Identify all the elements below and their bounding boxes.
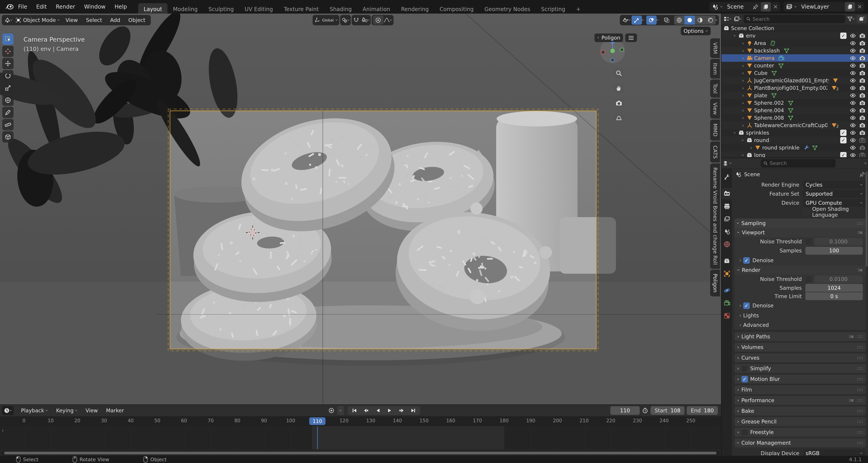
drag-grid-icon[interactable]: ∷∷ [857, 398, 863, 403]
preset-icon[interactable]: ⁝≡ [858, 230, 863, 235]
disable-render-toggle[interactable] [859, 70, 866, 76]
drag-grid-icon[interactable]: ∷∷ [857, 221, 863, 226]
mode-selector[interactable]: Object Mode › [13, 16, 61, 25]
drag-grid-icon[interactable]: ∷∷ [857, 430, 863, 435]
properties-tab-view-layer[interactable] [722, 213, 732, 225]
shading-wireframe[interactable] [674, 16, 684, 25]
timeline-menu-keying[interactable]: Keying› [52, 405, 81, 416]
use-preview-range-icon[interactable] [642, 407, 648, 414]
pivot-point-selector[interactable]: › [340, 15, 351, 25]
properties-tab-collection[interactable] [722, 255, 732, 267]
hide-viewport-toggle[interactable] [850, 129, 856, 136]
sampling-header[interactable]: › Sampling ∷∷ [735, 219, 866, 228]
properties-editor-type[interactable]: › [723, 160, 732, 167]
unlink-scene-button[interactable]: ✕ [773, 3, 778, 10]
outliner-row-env[interactable]: ›env✓ [721, 32, 868, 39]
sidebar-tab-item[interactable]: Item [710, 59, 720, 79]
timeline-scrollbar[interactable] [1, 451, 720, 455]
hide-viewport-toggle[interactable] [850, 92, 856, 98]
preset-icon[interactable]: ⁝≡ [858, 267, 863, 273]
hide-viewport-toggle[interactable] [850, 137, 856, 143]
workspace-tab-texture-paint[interactable]: Texture Paint [278, 3, 324, 13]
hide-viewport-toggle[interactable] [850, 40, 856, 47]
play-button[interactable] [384, 406, 396, 415]
preset-icon[interactable]: ⁝≡ [849, 334, 854, 339]
jump-to-end-button[interactable] [407, 406, 419, 415]
xray-toggle[interactable] [661, 16, 672, 25]
tool-add-cube[interactable] [2, 131, 13, 143]
outliner-row-jugceramicglazed001-empty[interactable]: ›JugCeramicGlazed001_Empty [721, 77, 868, 84]
next-keyframe-button[interactable] [396, 406, 407, 415]
disable-render-toggle[interactable] [859, 122, 866, 128]
section-checkbox[interactable] [741, 365, 748, 372]
viewport-3d[interactable]: › Object Mode › ViewSelectAddObject Glob… [0, 13, 721, 404]
drag-grid-icon[interactable]: ∷∷ [857, 345, 863, 350]
tool-rotate[interactable] [2, 70, 13, 81]
outliner-filter-viewlayer-icon[interactable]: › [734, 16, 742, 22]
options-dropdown[interactable]: Options › [681, 27, 711, 35]
lights-subpanel[interactable]: › Lights [735, 311, 866, 320]
properties-tab-texture[interactable] [722, 310, 732, 321]
tool-cursor[interactable] [2, 46, 13, 57]
outliner-row-round[interactable]: ›round✓ [721, 136, 868, 144]
disable-render-toggle[interactable] [859, 77, 866, 84]
render-noise-threshold-checkbox[interactable] [805, 276, 812, 283]
properties-tab-object-data[interactable] [722, 297, 732, 309]
drag-grid-icon[interactable]: ∷∷ [857, 366, 863, 371]
sidebar-tab-view[interactable]: View [710, 98, 720, 119]
viewport-noise-threshold-value[interactable]: 0.1000 [814, 238, 863, 245]
shading-dropdown[interactable]: › [714, 19, 719, 21]
shading-material[interactable] [695, 16, 705, 25]
disable-render-toggle[interactable] [859, 40, 866, 47]
tool-select-box[interactable] [2, 33, 13, 45]
remove-viewlayer-button[interactable]: ✕ [857, 3, 862, 10]
jump-to-start-button[interactable] [348, 406, 360, 415]
workspace-tab-sculpting[interactable]: Sculpting [203, 3, 239, 13]
drag-grid-icon[interactable]: ∷∷ [857, 419, 863, 424]
tool-measure[interactable] [2, 119, 13, 130]
outliner-row-plantbanjofig001-empty-002[interactable]: ›PlantBanjoFig001_Empty.0022 [721, 84, 868, 92]
render-noise-threshold-value[interactable]: 0.0100 [814, 275, 863, 283]
hide-viewport-toggle[interactable] [850, 85, 856, 91]
collection-checkbox[interactable]: ✓ [840, 33, 846, 39]
camera-view-icon[interactable] [613, 97, 625, 109]
outliner-row-long[interactable]: ›long✓ [721, 151, 868, 157]
section-color-management[interactable]: ›Color Management∷∷ [734, 438, 866, 447]
toggle-perspective-icon[interactable] [613, 112, 625, 124]
add-workspace-button[interactable]: + [570, 3, 586, 13]
drag-grid-icon[interactable]: ∷∷ [857, 334, 863, 339]
tool-scale[interactable] [2, 82, 13, 94]
proportional-editing[interactable]: › [372, 15, 394, 25]
play-reverse-button[interactable] [372, 406, 384, 415]
section-checkbox[interactable] [741, 429, 748, 436]
workspace-tab-rendering[interactable]: Rendering [396, 3, 434, 13]
new-scene-button[interactable] [761, 2, 771, 11]
outliner-row-round-sprinkle[interactable]: ›round sprinkle [721, 144, 868, 151]
outliner-row-sphere-002[interactable]: ›Sphere.002 [721, 99, 868, 107]
section-checkbox[interactable]: ✓ [741, 376, 748, 382]
hide-viewport-toggle[interactable] [850, 55, 856, 61]
properties-tab-render[interactable] [722, 188, 732, 199]
properties-tab-scene[interactable] [722, 226, 732, 237]
section-simplify[interactable]: ›Simplify∷∷ [734, 364, 866, 373]
sidebar-tab-vrm[interactable]: VRM [710, 38, 720, 58]
hide-viewport-toggle[interactable] [850, 145, 856, 151]
workspace-tab-scripting[interactable]: Scripting [536, 3, 571, 13]
properties-options-dropdown[interactable]: › [863, 162, 868, 164]
section-motion-blur[interactable]: ›✓Motion Blur∷∷ [734, 374, 866, 384]
osl-checkbox[interactable] [803, 209, 809, 215]
properties-search-input[interactable] [770, 161, 833, 166]
render-denoise-checkbox[interactable]: ✓ [743, 302, 750, 309]
current-frame-field[interactable]: 110 [610, 406, 640, 415]
hide-viewport-toggle[interactable] [850, 152, 856, 157]
disable-render-toggle[interactable] [859, 48, 866, 54]
outliner-row-counter[interactable]: ›counter [721, 62, 868, 69]
disable-render-toggle[interactable] [859, 85, 866, 91]
outliner-row-sphere-008[interactable]: ›Sphere.008 [721, 114, 868, 121]
outliner-row-plate[interactable]: ›plate [721, 92, 868, 99]
outliner-filter-icon[interactable]: › [847, 16, 855, 22]
menu-help[interactable]: Help [110, 0, 131, 13]
disable-render-toggle[interactable] [859, 100, 866, 106]
editor-type-selector[interactable]: › [3, 16, 13, 25]
start-frame-field[interactable]: Start 108 [651, 406, 684, 415]
